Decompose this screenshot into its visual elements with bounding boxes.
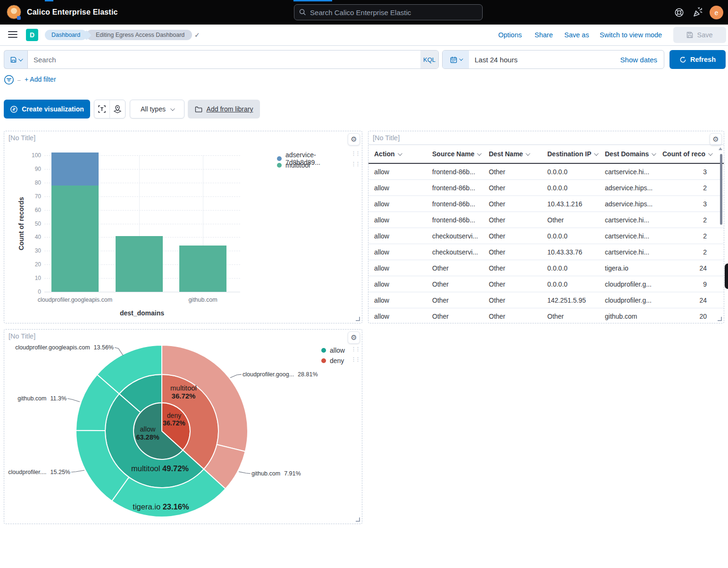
- refresh-button[interactable]: Refresh: [669, 50, 726, 69]
- slice-label: multitool 49.72%: [131, 464, 189, 473]
- app-title: Calico Enterprise Elastic: [27, 8, 118, 17]
- table-cell: 0.0.0.0: [542, 184, 599, 192]
- callout-leader-line: [239, 472, 251, 474]
- table-cell: Other: [483, 216, 542, 224]
- callout-pct: 15.25%: [50, 469, 70, 475]
- table-cell: frontend-86b...: [427, 200, 483, 208]
- dashboard-screen: Calico Enterprise Elastic e D Dashboard …: [0, 0, 728, 568]
- table-cell: allow: [368, 248, 427, 256]
- table-header-row: ActionSource NameDest NameDestination IP…: [368, 145, 724, 164]
- global-search-input[interactable]: [310, 8, 477, 17]
- help-icon[interactable]: [674, 8, 685, 18]
- switch-to-view-mode-link[interactable]: Switch to view mode: [600, 31, 662, 39]
- saved-query-menu-button[interactable]: [4, 50, 27, 69]
- user-avatar[interactable]: e: [710, 6, 723, 19]
- all-types-label: All types: [141, 105, 166, 113]
- table-cell: 2: [657, 248, 719, 256]
- callout-label: cloudprofiler.googleapis.com13.56%: [15, 344, 114, 351]
- legend-item[interactable]: deny: [321, 357, 344, 365]
- save-button-label: Save: [697, 31, 712, 39]
- panel-settings-gear-icon[interactable]: ⚙: [348, 133, 360, 145]
- all-types-dropdown[interactable]: All types: [130, 100, 184, 119]
- table-scrollbar[interactable]: [720, 154, 722, 225]
- calendar-button[interactable]: [443, 51, 469, 68]
- legend-actions-icon[interactable]: ⋮⋮: [351, 346, 360, 352]
- global-search[interactable]: [294, 4, 483, 20]
- table-row: allowfrontend-86b...OtherOthercartservic…: [368, 212, 724, 228]
- filter-icon[interactable]: [4, 75, 14, 85]
- table-cell: Other: [483, 297, 542, 304]
- legend-item[interactable]: multitool: [277, 161, 310, 169]
- callout-leader-line: [67, 398, 80, 402]
- add-filter-link[interactable]: + Add filter: [25, 76, 56, 83]
- bar-segment[interactable]: [179, 246, 226, 292]
- legend-actions-icon[interactable]: ⋮⋮: [351, 161, 360, 167]
- share-link[interactable]: Share: [535, 31, 553, 39]
- column-header[interactable]: Count of reco: [657, 150, 719, 158]
- y-axis-tick: 10: [22, 275, 41, 281]
- legend-actions-icon[interactable]: ⋮⋮: [351, 151, 360, 157]
- date-picker[interactable]: Last 24 hours Show dates: [442, 50, 664, 69]
- options-link[interactable]: Options: [498, 31, 522, 39]
- table-cell: allow: [368, 297, 427, 304]
- bar-chart[interactable]: 0102030405060708090100cloudprofiler.goog…: [4, 131, 268, 324]
- panel-settings-gear-icon[interactable]: ⚙: [710, 133, 722, 145]
- column-header[interactable]: Dest Name: [483, 150, 542, 158]
- table-cell: cloudprofiler.g...: [599, 297, 657, 304]
- table-cell: 10.43.33.76: [542, 248, 599, 256]
- callout-pct: 7.91%: [284, 470, 301, 477]
- x-axis-title: dest_domains: [120, 309, 164, 317]
- table-cell: cartservice.hi...: [599, 248, 657, 256]
- resize-handle[interactable]: [356, 517, 360, 522]
- folder-icon: [195, 106, 203, 113]
- save-button[interactable]: Save: [673, 27, 726, 43]
- table-cell: Other: [483, 313, 542, 320]
- kql-search-input[interactable]: [33, 56, 420, 64]
- bar-segment[interactable]: [116, 236, 163, 292]
- chevron-down-icon: [398, 151, 402, 156]
- resize-handle[interactable]: [718, 317, 722, 321]
- table-cell: allow: [368, 313, 427, 320]
- table-cell: Other: [427, 280, 483, 288]
- check-icon[interactable]: ✓: [194, 31, 200, 39]
- y-axis-tick: 70: [22, 193, 41, 200]
- table-cell: frontend-86b...: [427, 168, 483, 176]
- column-header[interactable]: Action: [368, 150, 427, 158]
- collapsed-flyout-tab[interactable]: [725, 263, 728, 289]
- create-visualization-button[interactable]: Create visualization: [4, 100, 90, 119]
- callout-text: cloudprofiler....: [8, 469, 46, 475]
- add-from-library-button[interactable]: Add from library: [188, 100, 260, 119]
- breadcrumb-dashboard[interactable]: Dashboard: [45, 30, 87, 40]
- legend-item[interactable]: allow: [321, 347, 345, 354]
- dashboard-app-badge[interactable]: D: [26, 29, 38, 41]
- resize-handle[interactable]: [356, 317, 360, 321]
- callout-pct: 13.56%: [94, 344, 114, 351]
- time-range-value[interactable]: Last 24 hours: [475, 56, 518, 64]
- save-as-link[interactable]: Save as: [564, 31, 589, 39]
- scrollbar-up-arrow[interactable]: [719, 147, 722, 150]
- callout-leader-line: [115, 348, 123, 356]
- news-popper-icon[interactable]: [692, 7, 703, 17]
- table-cell: cartservice.hi...: [599, 232, 657, 240]
- table-row: allowfrontend-86b...Other0.0.0.0adservic…: [368, 180, 724, 196]
- bar-segment[interactable]: [51, 186, 99, 292]
- table-cell: allow: [368, 280, 427, 288]
- table-cell: 2: [657, 216, 719, 224]
- kql-language-button[interactable]: KQL: [420, 51, 438, 68]
- column-header[interactable]: Dest Domains: [599, 150, 657, 158]
- slice-label: deny36.72%: [163, 412, 185, 427]
- legend-actions-icon[interactable]: ⋮⋮: [351, 356, 360, 363]
- table-cell: tigera.io: [599, 264, 657, 272]
- bar-segment[interactable]: [51, 153, 99, 185]
- table-cell: checkoutservi...: [427, 232, 483, 240]
- show-dates-link[interactable]: Show dates: [620, 56, 657, 64]
- column-header[interactable]: Destination IP: [542, 150, 599, 158]
- map-tool-button[interactable]: [109, 100, 125, 118]
- column-header[interactable]: Source Name: [427, 150, 483, 158]
- legend-label: deny: [330, 357, 344, 365]
- refresh-icon: [679, 56, 686, 63]
- kql-search-bar[interactable]: KQL: [27, 50, 439, 69]
- menu-icon[interactable]: [8, 31, 17, 38]
- text-annotation-tool-button[interactable]: [94, 100, 109, 118]
- table-cell: cartservice.hi...: [599, 216, 657, 224]
